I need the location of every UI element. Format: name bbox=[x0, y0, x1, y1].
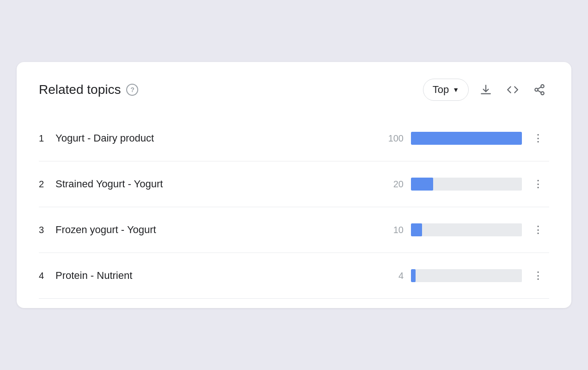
dropdown-label: Top bbox=[433, 84, 449, 96]
row-rank: 1 bbox=[39, 133, 55, 144]
download-button[interactable] bbox=[476, 80, 496, 99]
row-label: Strained Yogurt - Yogurt bbox=[55, 178, 376, 190]
row-rank: 4 bbox=[39, 271, 55, 281]
related-topics-card: Related topics ? Top ▼ bbox=[17, 62, 571, 308]
header-right: Top ▼ bbox=[423, 79, 549, 101]
row-label: Protein - Nutrient bbox=[55, 270, 376, 282]
bar-fill bbox=[411, 132, 522, 145]
row-label: Yogurt - Dairy product bbox=[55, 132, 376, 144]
download-icon bbox=[480, 84, 492, 96]
svg-line-4 bbox=[538, 87, 541, 89]
bar-fill bbox=[411, 178, 433, 191]
bar-fill bbox=[411, 223, 422, 236]
table-row: 3 Frozen yogurt - Yogurt 10 ⋮ bbox=[39, 207, 549, 253]
topics-table: 1 Yogurt - Dairy product 100 ⋮ 2 Straine… bbox=[39, 116, 549, 299]
table-row: 4 Protein - Nutrient 4 ⋮ bbox=[39, 253, 549, 299]
bar-container bbox=[411, 178, 522, 191]
bar-fill bbox=[411, 269, 416, 282]
more-options-button[interactable]: ⋮ bbox=[527, 220, 549, 240]
more-options-button[interactable]: ⋮ bbox=[527, 266, 549, 285]
share-icon bbox=[533, 84, 545, 96]
svg-line-3 bbox=[538, 91, 541, 92]
header-left: Related topics ? bbox=[39, 82, 138, 97]
row-value: 4 bbox=[376, 271, 404, 281]
more-options-button[interactable]: ⋮ bbox=[527, 129, 549, 148]
card-header: Related topics ? Top ▼ bbox=[39, 79, 549, 101]
bar-container bbox=[411, 223, 522, 236]
embed-button[interactable] bbox=[503, 80, 522, 99]
row-rank: 2 bbox=[39, 179, 55, 190]
table-row: 1 Yogurt - Dairy product 100 ⋮ bbox=[39, 116, 549, 161]
filter-dropdown[interactable]: Top ▼ bbox=[423, 79, 469, 101]
bar-container bbox=[411, 132, 522, 145]
more-options-button[interactable]: ⋮ bbox=[527, 174, 549, 194]
bar-container bbox=[411, 269, 522, 282]
row-value: 100 bbox=[376, 133, 404, 144]
row-label: Frozen yogurt - Yogurt bbox=[55, 224, 376, 236]
help-icon[interactable]: ? bbox=[126, 84, 138, 96]
table-row: 2 Strained Yogurt - Yogurt 20 ⋮ bbox=[39, 161, 549, 207]
row-value: 10 bbox=[376, 225, 404, 235]
chevron-down-icon: ▼ bbox=[453, 86, 459, 93]
row-rank: 3 bbox=[39, 225, 55, 235]
share-button[interactable] bbox=[530, 80, 549, 99]
embed-icon bbox=[507, 84, 519, 96]
row-value: 20 bbox=[376, 179, 404, 190]
card-title: Related topics bbox=[39, 82, 121, 97]
